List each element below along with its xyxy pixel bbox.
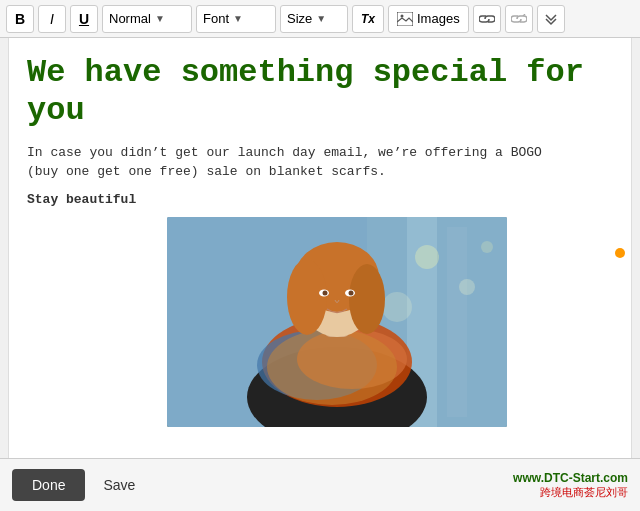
- svg-rect-6: [447, 227, 467, 417]
- bottom-bar: Done Save www.DTC-Start.com 跨境电商荟尼刘哥: [0, 458, 640, 511]
- toolbar: B I U Normal ▼ Font ▼ Size ▼ Tx Images: [0, 0, 640, 38]
- svg-point-19: [287, 259, 327, 335]
- svg-point-20: [349, 264, 385, 334]
- chevron-down-double-icon: [544, 12, 558, 26]
- save-button[interactable]: Save: [95, 469, 143, 501]
- link-icon: [479, 14, 495, 24]
- watermark: www.DTC-Start.com 跨境电商荟尼刘哥: [513, 471, 628, 500]
- insert-link-button[interactable]: [473, 5, 501, 33]
- images-label: Images: [417, 11, 460, 26]
- done-button[interactable]: Done: [12, 469, 85, 501]
- clear-format-label: Tx: [361, 12, 375, 26]
- size-select[interactable]: Size ▼: [280, 5, 348, 33]
- font-arrow-icon: ▼: [233, 13, 243, 24]
- svg-point-23: [323, 290, 328, 295]
- svg-point-1: [401, 14, 404, 17]
- paragraph-style-select[interactable]: Normal ▼: [102, 5, 192, 33]
- paragraph-style-arrow-icon: ▼: [155, 13, 165, 24]
- orange-dot-indicator: [615, 248, 625, 258]
- editor-heading: We have something special for you: [27, 54, 613, 131]
- italic-button[interactable]: I: [38, 5, 66, 33]
- more-options-button[interactable]: [537, 5, 565, 33]
- size-value: Size: [287, 11, 312, 26]
- images-button[interactable]: Images: [388, 5, 469, 33]
- bold-button[interactable]: B: [6, 5, 34, 33]
- editor-body: In case you didn’t get our launch day em…: [27, 143, 613, 182]
- svg-point-15: [267, 329, 397, 405]
- watermark-url: www.DTC-Start.com: [513, 471, 628, 485]
- unlink-icon: [511, 14, 527, 24]
- image-icon: [397, 12, 413, 26]
- clear-format-button[interactable]: Tx: [352, 5, 384, 33]
- svg-point-24: [349, 290, 354, 295]
- size-arrow-icon: ▼: [316, 13, 326, 24]
- stay-beautiful-text: Stay beautiful: [27, 192, 613, 207]
- inline-image: [167, 217, 507, 427]
- remove-link-button[interactable]: [505, 5, 533, 33]
- underline-button[interactable]: U: [70, 5, 98, 33]
- editor-area[interactable]: We have something special for you In cas…: [8, 38, 632, 458]
- font-value: Font: [203, 11, 229, 26]
- watermark-cn-text: 跨境电商荟尼刘哥: [540, 485, 628, 500]
- svg-point-10: [382, 292, 412, 322]
- woman-image-svg: [167, 217, 507, 427]
- font-select[interactable]: Font ▼: [196, 5, 276, 33]
- svg-point-8: [459, 279, 475, 295]
- paragraph-style-value: Normal: [109, 11, 151, 26]
- svg-point-7: [415, 245, 439, 269]
- svg-point-9: [481, 241, 493, 253]
